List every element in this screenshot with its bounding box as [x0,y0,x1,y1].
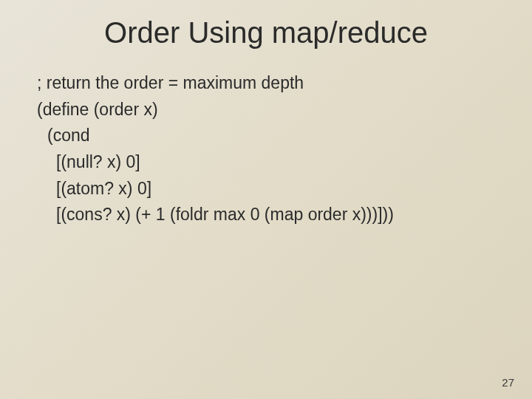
slide: Order Using map/reduce ; return the orde… [0,0,532,399]
code-line: (cond [37,123,495,149]
page-number: 27 [502,376,514,389]
code-line: (define (order x) [37,97,495,123]
code-line: ; return the order = maximum depth [37,70,495,97]
code-block: ; return the order = maximum depth (defi… [37,70,495,228]
code-line: [(atom? x) 0] [37,176,495,202]
code-line: [(cons? x) (+ 1 (foldr max 0 (map order … [37,202,495,228]
code-line: [(null? x) 0] [37,149,495,176]
slide-title: Order Using map/reduce [37,16,495,50]
